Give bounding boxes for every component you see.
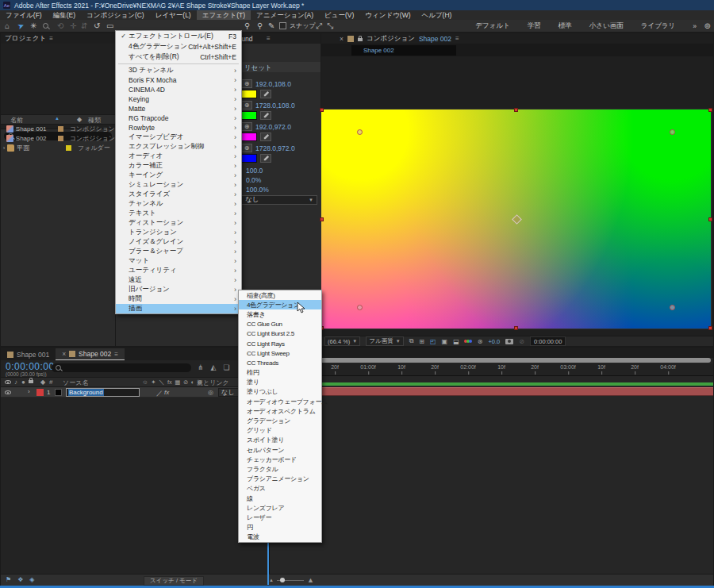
switch-mode-button[interactable]: スイッチ / モード bbox=[144, 576, 204, 586]
current-timecode[interactable]: 0:00:00:00 bbox=[6, 361, 55, 372]
viewer-tab-label[interactable]: コンポジション bbox=[367, 34, 415, 44]
video-column-icon[interactable] bbox=[5, 380, 11, 384]
puppet-pin-tool-icon[interactable]: ⚲ bbox=[244, 20, 250, 32]
gradient-point-1-handle[interactable] bbox=[357, 129, 363, 135]
menu-category-item[interactable]: 旧バージョン › bbox=[116, 285, 241, 294]
menu-category-item[interactable]: スタイライズ › bbox=[116, 190, 241, 199]
gradient-point-4-handle[interactable] bbox=[670, 305, 675, 310]
menubar-item[interactable]: 編集(E) bbox=[48, 10, 81, 20]
point-position-value[interactable]: 192.0,972.0 bbox=[255, 123, 291, 131]
submenu-item[interactable]: グラデーション bbox=[239, 416, 321, 425]
camera-tool-icon[interactable]: ▭ bbox=[106, 20, 113, 32]
menu-category-item[interactable]: CINEMA 4D › bbox=[116, 85, 241, 94]
zoom-tool-icon[interactable] bbox=[43, 20, 48, 32]
color-swatch[interactable] bbox=[241, 133, 257, 141]
color-swatch[interactable] bbox=[241, 90, 257, 98]
position-picker-icon[interactable]: ⊕ bbox=[241, 144, 252, 152]
submenu-item[interactable]: CC Light Burst 2.5 bbox=[239, 329, 321, 339]
label-color-swatch[interactable] bbox=[58, 136, 63, 141]
submenu-item[interactable]: 円 bbox=[239, 523, 321, 532]
menu-category-item[interactable]: マット › bbox=[116, 256, 241, 266]
menubar-item[interactable]: アニメーション(A) bbox=[251, 10, 319, 20]
zoom-slider-thumb[interactable] bbox=[280, 578, 285, 582]
menu-category-item[interactable]: RG Trapcode › bbox=[116, 113, 241, 123]
submenu-item[interactable]: CC Threads bbox=[239, 358, 321, 367]
source-name-column[interactable]: ソース名 bbox=[63, 379, 88, 387]
panel-menu-icon[interactable]: ≡ bbox=[49, 35, 53, 42]
submenu-item[interactable]: 塗りつぶし bbox=[239, 387, 321, 397]
region-of-interest-icon[interactable]: ▣ bbox=[442, 338, 448, 345]
menu-category-item[interactable]: オーディオ › bbox=[116, 152, 241, 161]
menu-category-item[interactable]: Keying › bbox=[116, 94, 241, 104]
layer-visibility-icon[interactable] bbox=[5, 390, 11, 394]
menu-category-item[interactable]: イマーシブビデオ › bbox=[116, 133, 241, 142]
menu-category-item[interactable]: 3D チャンネル › bbox=[116, 66, 241, 75]
submenu-item[interactable]: 線 bbox=[239, 494, 321, 503]
shy-master-icon[interactable]: ⚑ bbox=[6, 576, 11, 583]
menu-category-item[interactable]: 時間 › bbox=[116, 294, 241, 304]
mask-visibility-icon[interactable]: ◰ bbox=[430, 338, 436, 345]
navigator-comp-tab[interactable]: Shape 002 bbox=[351, 45, 456, 56]
submenu-item[interactable]: CC Light Sweep bbox=[239, 348, 321, 358]
project-row[interactable]: › 平面 フォルダー bbox=[1, 143, 115, 152]
home-icon[interactable]: ⌂ bbox=[5, 20, 10, 32]
submenu-item[interactable]: レーザー bbox=[239, 513, 321, 522]
audio-column-icon[interactable]: ♪ bbox=[14, 379, 17, 386]
blend-mode-dropdown[interactable]: なし ▼ bbox=[241, 195, 317, 205]
submenu-item[interactable]: ベガス bbox=[239, 484, 321, 494]
menubar-item[interactable]: ウィンドウ(W) bbox=[359, 10, 416, 20]
shy-column-icon[interactable]: ☺ bbox=[142, 378, 148, 386]
point-position-value[interactable]: 1728.0,972.0 bbox=[255, 144, 295, 152]
menu-item[interactable]: すべてを削除(R) Ctrl+Shift+E bbox=[116, 52, 241, 62]
reset-link[interactable]: リセット bbox=[244, 63, 272, 73]
workspace-tab[interactable]: 小さい画面 bbox=[589, 21, 624, 31]
point-position-value[interactable]: 192.0,108.0 bbox=[255, 80, 291, 88]
menu-category-item[interactable]: テキスト › bbox=[116, 209, 241, 218]
eyedropper-icon[interactable] bbox=[260, 154, 271, 163]
menu-category-item[interactable]: Rowbyte › bbox=[116, 123, 241, 133]
submenu-item[interactable]: セルパターン bbox=[239, 445, 321, 455]
menubar-item[interactable]: エフェクト(T) bbox=[197, 10, 251, 20]
position-picker-icon[interactable]: ⊕ bbox=[241, 101, 252, 110]
workspace-tab[interactable]: 学習 bbox=[528, 21, 541, 31]
adjustment-column-icon[interactable]: ◐ bbox=[191, 378, 195, 386]
project-panel-tab[interactable]: プロジェクト bbox=[5, 34, 46, 44]
submenu-item[interactable]: 塗り bbox=[239, 378, 321, 387]
layer-handle-bottom-right[interactable] bbox=[708, 326, 712, 330]
eyedropper-icon[interactable] bbox=[260, 133, 271, 141]
layer-handle-bottom-center[interactable] bbox=[514, 326, 518, 330]
timeline-tab[interactable]: × Shape 002 ≡ bbox=[56, 348, 125, 360]
gradient-point-3-handle[interactable] bbox=[357, 305, 363, 310]
quality-column-icon[interactable]: ＼ bbox=[159, 378, 165, 386]
panel-menu-icon[interactable]: ≡ bbox=[267, 35, 271, 42]
draft-3d-icon[interactable]: ◭ bbox=[211, 363, 217, 371]
frame-blending-master-icon[interactable]: ❖ bbox=[17, 576, 23, 583]
project-row[interactable]: › Shape 001 コンポジション bbox=[1, 124, 115, 133]
position-picker-icon[interactable]: ⊕ bbox=[241, 79, 252, 88]
lock-column-icon[interactable] bbox=[29, 380, 33, 383]
layer-handle-middle-left[interactable] bbox=[320, 217, 324, 221]
frame-blend-column-icon[interactable]: ▦ bbox=[175, 378, 180, 386]
pan-tool-icon[interactable]: ✛ bbox=[70, 20, 76, 32]
menu-category-item[interactable]: Matte › bbox=[116, 104, 241, 113]
zoom-in-mountain-icon[interactable]: ▲ bbox=[307, 576, 314, 584]
workspace-tab[interactable]: 標準 bbox=[559, 21, 572, 31]
layer-handle-top-left[interactable] bbox=[320, 108, 324, 112]
menu-category-item[interactable]: 描画 › bbox=[116, 304, 241, 313]
workspace-overflow-button[interactable]: » bbox=[693, 22, 697, 30]
motion-blur-column-icon[interactable]: ⊘ bbox=[183, 378, 188, 386]
search-workspace-icon[interactable]: ⊚ bbox=[704, 20, 711, 32]
submenu-item[interactable]: ブラシアニメーション bbox=[239, 475, 321, 484]
exposure-value[interactable]: +0.0 bbox=[488, 338, 500, 345]
pick-whip-icon[interactable]: ◎ bbox=[208, 389, 213, 396]
color-swatch[interactable] bbox=[241, 154, 257, 163]
snap-checkbox[interactable] bbox=[279, 22, 286, 29]
hand-tool-icon[interactable]: ✳ bbox=[30, 20, 36, 32]
menu-category-item[interactable]: シミュレーション › bbox=[116, 180, 241, 190]
menu-category-item[interactable]: Boris FX Mocha › bbox=[116, 75, 241, 85]
snapshot-camera-icon[interactable] bbox=[505, 339, 513, 344]
viewer-comp-name[interactable]: Shape 002 bbox=[419, 35, 451, 43]
current-time-indicator[interactable] bbox=[267, 541, 269, 585]
layer-fx-icon[interactable]: fx bbox=[164, 389, 169, 396]
viewer-timecode[interactable]: 0:00:00:00 bbox=[530, 336, 566, 346]
